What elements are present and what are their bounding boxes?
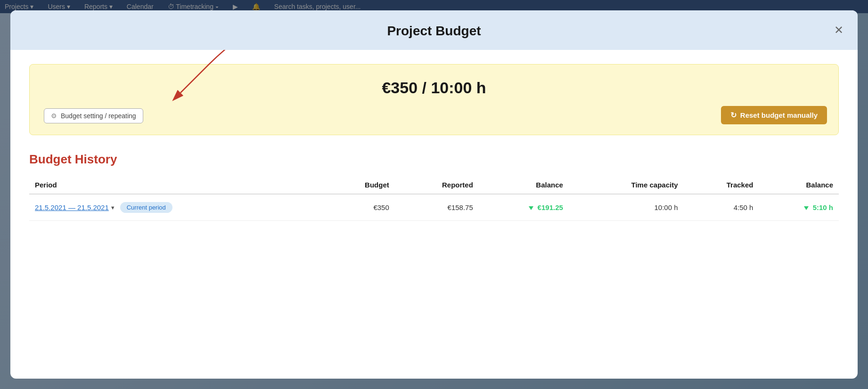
period-cell: 21.5.2021 — 21.5.2021 ▼ Current period: [29, 194, 324, 221]
col-reported: Reported: [395, 176, 479, 194]
budget-amount: €350 / 10:00 h: [44, 79, 824, 97]
budget-value: €350: [324, 194, 395, 221]
col-balance2: Balance: [759, 176, 839, 194]
balance-down-triangle-icon: [529, 206, 533, 210]
project-budget-modal: Project Budget ✕ €350 / 10:00 h: [10, 10, 858, 379]
col-time-capacity: Time capacity: [569, 176, 684, 194]
modal-body: €350 / 10:00 h ⚙ Budget setting / repeat…: [10, 50, 858, 379]
balance-value: €191.25: [479, 194, 569, 221]
reset-icon: ↻: [730, 111, 737, 120]
history-table: Period Budget Reported Balance Time capa…: [29, 176, 839, 221]
gear-icon: ⚙: [51, 112, 57, 120]
period-link[interactable]: 21.5.2021 — 21.5.2021: [35, 203, 109, 211]
budget-summary-box: €350 / 10:00 h ⚙ Budget setting / repeat…: [29, 64, 839, 135]
balance2-value: 5:10 h: [759, 194, 839, 221]
budget-history-title: Budget History: [29, 152, 839, 167]
balance2-down-triangle-icon: [804, 206, 809, 210]
time-capacity-value: 10:00 h: [569, 194, 684, 221]
col-tracked: Tracked: [684, 176, 759, 194]
modal-title: Project Budget: [387, 24, 481, 39]
reported-value: €158.75: [395, 194, 479, 221]
col-period: Period: [29, 176, 324, 194]
dropdown-arrow-icon[interactable]: ▼: [110, 205, 115, 211]
table-row: 21.5.2021 — 21.5.2021 ▼ Current period €…: [29, 194, 839, 221]
budget-setting-button[interactable]: ⚙ Budget setting / repeating: [44, 108, 143, 123]
table-header-row: Period Budget Reported Balance Time capa…: [29, 176, 839, 194]
current-period-badge: Current period: [120, 202, 172, 213]
col-budget: Budget: [324, 176, 395, 194]
close-button[interactable]: ✕: [834, 24, 843, 36]
reset-budget-button[interactable]: ↻ Reset budget manually: [721, 106, 827, 124]
col-balance: Balance: [479, 176, 569, 194]
modal-header: Project Budget ✕: [10, 10, 858, 50]
tracked-value: 4:50 h: [684, 194, 759, 221]
